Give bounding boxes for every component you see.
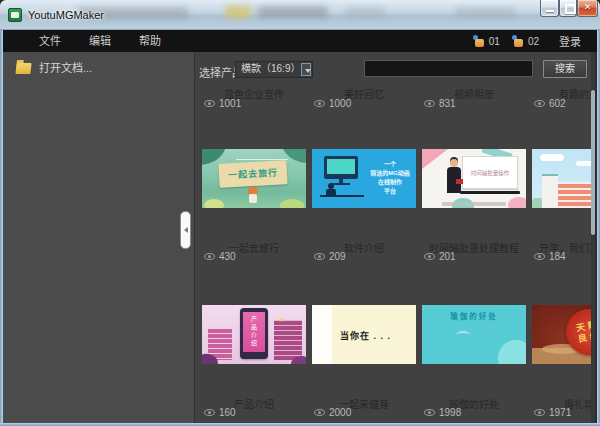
open-document-label: 打开文档...: [39, 59, 92, 75]
template-card[interactable]: 产品介绍 产品介绍 160: [202, 305, 306, 421]
menubar-right: 01 02 登录: [461, 33, 597, 49]
view-count: 184: [534, 251, 566, 262]
eye-icon: [314, 253, 325, 260]
title-bar[interactable]: YoutuMGMaker: [0, 0, 600, 30]
qq-icon: [473, 35, 485, 47]
view-count: 160: [204, 407, 236, 418]
product-select-value: 横款（16:9）: [236, 62, 300, 77]
app-window: YoutuMGMaker 文件 编辑 帮助 01 02 登录 打开文档...: [0, 0, 600, 426]
eye-icon: [424, 253, 435, 260]
star-icon: [278, 308, 284, 326]
collapse-arrow-icon: [184, 227, 188, 233]
glass-blur-artifact: [225, 6, 251, 18]
view-count: 430: [204, 251, 236, 262]
template-thumbnail-yoga[interactable]: 瑜伽的好处: [422, 305, 526, 364]
view-count: 201: [424, 251, 456, 262]
template-card[interactable]: 开学, 我们… 开学，我们准备好了 184: [532, 149, 591, 265]
template-card[interactable]: 一起去旅行 一起去旅行 430: [202, 149, 306, 265]
minimize-button[interactable]: [540, 0, 559, 17]
thumb-text: 一个 简洁的MG动画 在线制作 平台: [368, 160, 412, 196]
view-count: 1998: [424, 407, 461, 418]
template-card[interactable]: 当你在 . . . 一起来健身 2000: [312, 305, 416, 421]
view-count: 1971: [534, 407, 571, 418]
template-thumbnail-travel[interactable]: 一起去旅行: [202, 149, 306, 208]
login-button[interactable]: 登录: [559, 33, 581, 49]
search-input[interactable]: [364, 60, 533, 77]
view-count: 1000: [314, 98, 351, 109]
thumb-phone-screen: 产品介绍: [243, 312, 265, 352]
glass-blur-artifact: [455, 7, 515, 17]
window-border: [0, 30, 3, 426]
template-thumbnail-software[interactable]: 一个 简洁的MG动画 在线制作 平台: [312, 149, 416, 208]
eye-icon: [204, 409, 215, 416]
view-count: 1001: [204, 98, 241, 109]
window-title: YoutuMGMaker: [28, 9, 104, 21]
close-button[interactable]: [577, 0, 598, 17]
view-count: 831: [424, 98, 456, 109]
view-count: 209: [314, 251, 346, 262]
template-thumbnail-timeline[interactable]: 时间轴批量操作: [422, 149, 526, 208]
status-account-1-label: 01: [489, 36, 500, 47]
dropdown-arrow-icon[interactable]: [301, 63, 311, 76]
search-button[interactable]: 搜索: [543, 60, 587, 78]
eye-icon: [204, 253, 215, 260]
status-account-2[interactable]: 02: [512, 35, 539, 47]
eye-icon: [534, 253, 545, 260]
thumb-text: 瑜伽的好处: [422, 310, 526, 321]
thumb-text: 当你在 . . .: [340, 329, 391, 342]
template-gallery: 选择产品: 横款（16:9） 搜索 蓝色企业宣传 1001 美好回忆 1000 …: [195, 52, 591, 423]
sidebar-collapse-handle[interactable]: [180, 211, 191, 249]
glass-blur-artifact: [345, 7, 385, 17]
view-count: 2000: [314, 407, 351, 418]
eye-icon: [314, 409, 325, 416]
eye-icon: [424, 409, 435, 416]
template-card[interactable]: 时间轴批量操作 时间轴批量处理教程 201: [422, 149, 526, 265]
status-account-2-label: 02: [528, 36, 539, 47]
eye-icon: [314, 100, 325, 107]
glass-blur-artifact: [258, 6, 328, 18]
open-document-button[interactable]: 打开文档...: [16, 59, 92, 75]
view-count: 602: [534, 98, 566, 109]
template-thumbnail-school[interactable]: 开学, 我们…: [532, 149, 591, 208]
template-thumbnail-wedding[interactable]: 天赐良缘: [532, 305, 591, 364]
eye-icon: [534, 100, 545, 107]
menu-bar: 文件 编辑 帮助 01 02 登录: [3, 30, 597, 52]
menu-file[interactable]: 文件: [25, 30, 75, 52]
eye-icon: [424, 100, 435, 107]
template-thumbnail-product[interactable]: 产品介绍: [202, 305, 306, 364]
template-card[interactable]: 瑜伽的好处 瑜伽的好处 1998: [422, 305, 526, 421]
template-card[interactable]: 一个 简洁的MG动画 在线制作 平台 软件介绍 209: [312, 149, 416, 265]
thumb-whiteboard: 时间轴批量操作: [462, 156, 518, 189]
template-thumbnail-fitness[interactable]: 当你在 . . .: [312, 305, 416, 364]
product-select-dropdown[interactable]: 横款（16:9）: [235, 61, 313, 78]
status-account-1[interactable]: 01: [473, 35, 500, 47]
folder-icon: [15, 63, 31, 74]
thumb-sign-text: 一起去旅行: [218, 160, 287, 188]
menu-edit[interactable]: 编辑: [75, 30, 125, 52]
qq-icon: [512, 35, 524, 47]
menu-help[interactable]: 帮助: [125, 30, 175, 52]
template-card[interactable]: 天赐良缘 婚礼动画 1971: [532, 305, 591, 421]
eye-icon: [534, 409, 545, 416]
maximize-button[interactable]: [559, 0, 577, 17]
eye-icon: [204, 100, 215, 107]
app-icon: [8, 8, 22, 22]
sidebar: 打开文档...: [3, 52, 194, 423]
